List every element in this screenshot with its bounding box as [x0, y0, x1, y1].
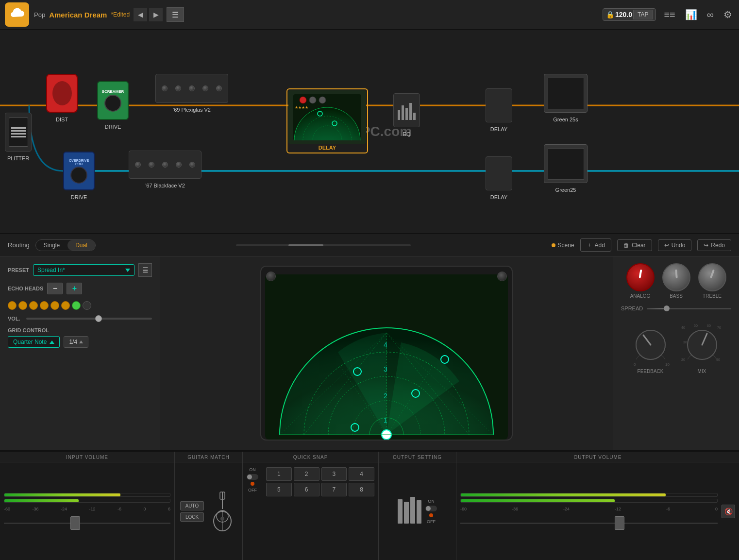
out-scale-neg60: -60: [460, 507, 467, 511]
device-dist[interactable]: DIST: [46, 74, 78, 122]
preset-dropdown[interactable]: Spread In*: [33, 264, 134, 276]
snap-btn-3[interactable]: 3: [321, 467, 347, 481]
output-on-label: ON: [428, 499, 435, 504]
undo-icon: ↩: [664, 242, 669, 249]
scale-neg24: -24: [61, 507, 67, 511]
vol-slider[interactable]: [26, 318, 152, 320]
top-bar-right: 🔒 120.0 TAP ≡≡ 📊 ∞ ⚙: [603, 7, 734, 22]
dual-routing-button[interactable]: Dual: [67, 240, 95, 251]
mix-scale: 40 50 60 70 20 90 30: [680, 323, 724, 367]
fraction-arrow-icon: [79, 340, 83, 343]
undo-button[interactable]: ↩ Undo: [658, 239, 692, 251]
svg-text:90: 90: [716, 358, 720, 361]
spread-slider-thumb[interactable]: [664, 305, 670, 311]
delay-bot-label: DELAY: [490, 194, 507, 200]
head-dot-7[interactable]: [72, 301, 81, 310]
snap-btn-2[interactable]: 2: [294, 467, 319, 481]
feedback-scale: 0 10: [629, 323, 672, 367]
nav-next-button[interactable]: ▶: [149, 8, 163, 21]
svg-text:60: 60: [707, 324, 711, 327]
snap-toggle[interactable]: [247, 474, 258, 480]
toolbar-row: Routing Single Dual Scene ＋ Add 🗑 Clear …: [0, 234, 739, 256]
input-meters: -60 -36 -24 -12 -6 0 6: [4, 493, 170, 530]
device-delay-top-active[interactable]: ★★★★ DELAY: [286, 88, 368, 153]
head-dot-3[interactable]: [29, 301, 38, 310]
scale-6: 6: [168, 507, 170, 511]
radar-display[interactable]: 1 2 3 4: [265, 274, 508, 440]
head-dot-5[interactable]: [50, 301, 59, 310]
head-dot-1[interactable]: [8, 301, 17, 310]
device-green25[interactable]: Green25: [544, 144, 588, 193]
snap-btn-1[interactable]: 1: [266, 467, 292, 481]
preset-menu-button[interactable]: ☰: [167, 7, 184, 22]
treble-knob[interactable]: [698, 263, 726, 291]
drive-top-label: DRIVE: [105, 124, 121, 130]
chart-button[interactable]: 📊: [683, 7, 699, 22]
nav-prev-button[interactable]: ◀: [134, 8, 147, 21]
preset-dropdown-value: Spread In*: [37, 267, 65, 273]
redo-label: Redo: [711, 242, 725, 249]
head-dot-8[interactable]: [83, 301, 91, 310]
lock-button[interactable]: LOCK: [180, 512, 204, 522]
mute-button[interactable]: 🔇: [722, 505, 735, 518]
tap-button[interactable]: TAP: [633, 10, 653, 19]
device-drive-bot[interactable]: OVERDRIVEPRO DRIVE: [63, 152, 95, 200]
device-green255[interactable]: Green 25s: [544, 74, 588, 122]
snap-btn-7[interactable]: 7: [321, 483, 347, 496]
echo-plus-button[interactable]: +: [67, 283, 82, 294]
scale-neg60: -60: [4, 507, 10, 511]
edited-label: *Edited: [111, 11, 130, 18]
head-dot-6[interactable]: [61, 301, 70, 310]
output-toggle[interactable]: [425, 506, 437, 511]
bpm-value: 120.0: [615, 11, 632, 18]
echo-minus-button[interactable]: −: [47, 283, 63, 294]
redo-button[interactable]: ↪ Redo: [697, 239, 731, 251]
device-delay2-top[interactable]: DELAY: [486, 88, 512, 132]
device-delay-bot[interactable]: DELAY: [486, 156, 512, 200]
input-fader-row[interactable]: [4, 515, 170, 530]
device-69plex[interactable]: '69 Plexiglas V2: [155, 74, 228, 113]
spread-slider[interactable]: [647, 308, 731, 309]
grid-label: GRID CONTROL: [8, 327, 152, 333]
head-dot-2[interactable]: [18, 301, 27, 310]
guitar-icon-area[interactable]: [208, 492, 237, 531]
analog-knob[interactable]: [626, 263, 655, 291]
snap-btn-6[interactable]: 6: [294, 483, 319, 496]
routing-label: Routing: [8, 241, 30, 249]
preset-options-button[interactable]: ☰: [138, 263, 152, 277]
clear-button[interactable]: 🗑 Clear: [617, 239, 652, 251]
scene-indicator: Scene: [552, 242, 574, 249]
device-drive-top[interactable]: SCREAMER DRIVE: [97, 81, 129, 130]
add-button[interactable]: ＋ Add: [580, 238, 611, 252]
snap-btn-8[interactable]: 8: [349, 483, 374, 496]
chain-scroll-slider[interactable]: [236, 244, 411, 246]
svg-point-47: [220, 517, 224, 521]
snap-btn-5[interactable]: 5: [266, 483, 292, 496]
settings-button[interactable]: ⚙: [722, 7, 734, 22]
loop-button[interactable]: ∞: [705, 7, 716, 22]
grid-fraction-dropdown[interactable]: 1/4: [64, 336, 88, 348]
out-scale-neg24: -24: [563, 507, 570, 511]
input-fader-handle[interactable]: [70, 516, 80, 530]
svg-point-7: [309, 97, 316, 103]
input-volume-section: INPUT VOLUME -60 -36 -24 -12 -6 0 6: [0, 452, 175, 560]
output-setting-section: OUTPUT SETTING ON OFF: [379, 452, 456, 560]
device-splitter[interactable]: PLITTER: [5, 113, 32, 161]
bass-knob[interactable]: [662, 263, 690, 291]
output-fader-row[interactable]: [460, 515, 718, 530]
vol-label: VOL.: [8, 316, 22, 322]
device-67black[interactable]: '67 Blackface V2: [129, 151, 202, 188]
vol-slider-thumb[interactable]: [95, 315, 102, 322]
grid-note-dropdown[interactable]: Quarter Note: [8, 336, 60, 348]
head-dot-4[interactable]: [40, 301, 49, 310]
single-routing-button[interactable]: Single: [36, 240, 67, 251]
device-eq[interactable]: EQ: [393, 93, 420, 137]
input-meter-l: [4, 493, 170, 497]
auto-button[interactable]: AUTO: [180, 501, 204, 510]
output-fader-handle[interactable]: [615, 516, 624, 530]
preset-label: PRESET: [8, 267, 29, 273]
lyrics-button[interactable]: ≡≡: [662, 7, 677, 22]
radar-container[interactable]: 1 2 3 4: [260, 266, 513, 441]
snap-on-label: ON: [249, 467, 256, 472]
snap-btn-4[interactable]: 4: [349, 467, 374, 481]
